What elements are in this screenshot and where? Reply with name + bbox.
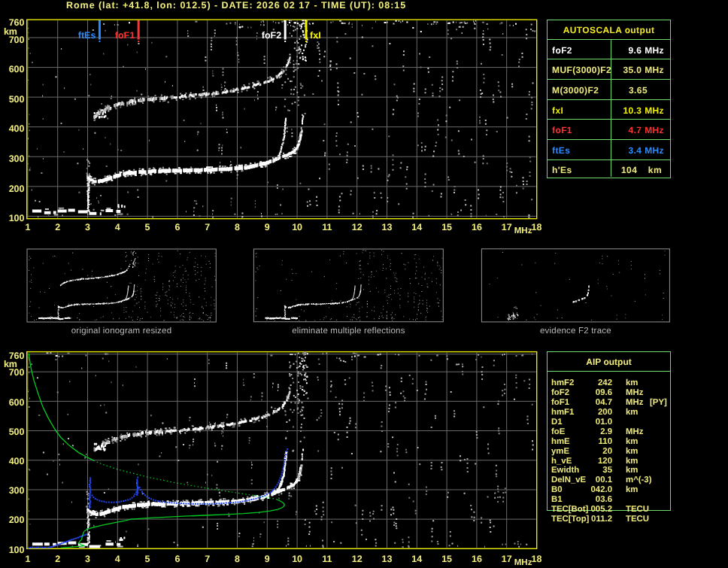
svg-text:4: 4 — [115, 222, 120, 232]
svg-text:foF1: foF1 — [115, 30, 135, 41]
svg-text:4: 4 — [115, 554, 120, 564]
svg-text:100: 100 — [9, 545, 25, 555]
svg-text:11: 11 — [322, 554, 332, 564]
svg-text:10: 10 — [292, 222, 302, 232]
svg-text:15: 15 — [441, 554, 452, 564]
svg-text:foF2: foF2 — [262, 30, 281, 41]
svg-text:200: 200 — [9, 184, 25, 194]
svg-text:3: 3 — [85, 222, 90, 232]
svg-text:13: 13 — [382, 222, 393, 232]
svg-text:11: 11 — [322, 222, 332, 232]
svg-text:18: 18 — [532, 554, 542, 564]
svg-text:100: 100 — [9, 213, 25, 223]
svg-text:5: 5 — [145, 554, 150, 564]
svg-text:5: 5 — [145, 222, 150, 232]
svg-text:9: 9 — [265, 222, 270, 232]
svg-text:MHz: MHz — [514, 558, 532, 567]
svg-text:14: 14 — [411, 554, 422, 564]
svg-text:700: 700 — [9, 35, 25, 45]
svg-text:8: 8 — [235, 554, 240, 564]
svg-text:400: 400 — [9, 456, 25, 466]
svg-text:8: 8 — [235, 222, 240, 232]
svg-text:16: 16 — [472, 222, 482, 232]
svg-text:200: 200 — [9, 515, 25, 525]
svg-text:300: 300 — [9, 485, 25, 496]
svg-text:500: 500 — [9, 427, 25, 437]
svg-text:600: 600 — [9, 397, 25, 408]
svg-text:2: 2 — [55, 222, 60, 232]
svg-text:2: 2 — [55, 554, 60, 564]
svg-text:1: 1 — [25, 554, 30, 564]
svg-text:15: 15 — [441, 222, 452, 232]
svg-text:500: 500 — [9, 94, 25, 105]
svg-text:400: 400 — [9, 123, 25, 134]
svg-text:10: 10 — [292, 554, 302, 564]
svg-text:6: 6 — [174, 222, 180, 232]
svg-text:300: 300 — [9, 153, 25, 164]
svg-text:13: 13 — [382, 554, 393, 564]
svg-text:18: 18 — [532, 222, 542, 232]
svg-text:fxI: fxI — [310, 30, 321, 41]
svg-text:6: 6 — [174, 554, 180, 564]
svg-text:12: 12 — [352, 222, 362, 232]
svg-text:ftEs: ftEs — [78, 30, 96, 41]
svg-text:700: 700 — [9, 367, 25, 378]
svg-text:12: 12 — [352, 554, 362, 564]
svg-text:14: 14 — [411, 222, 422, 232]
svg-text:7: 7 — [205, 554, 210, 564]
svg-text:17: 17 — [502, 554, 512, 564]
svg-text:MHz: MHz — [514, 226, 532, 235]
svg-text:16: 16 — [472, 554, 482, 564]
svg-text:7: 7 — [205, 222, 210, 232]
svg-text:17: 17 — [502, 222, 512, 232]
svg-text:600: 600 — [9, 64, 25, 74]
svg-text:3: 3 — [85, 554, 90, 564]
svg-text:9: 9 — [265, 554, 270, 564]
svg-text:1: 1 — [25, 222, 30, 232]
